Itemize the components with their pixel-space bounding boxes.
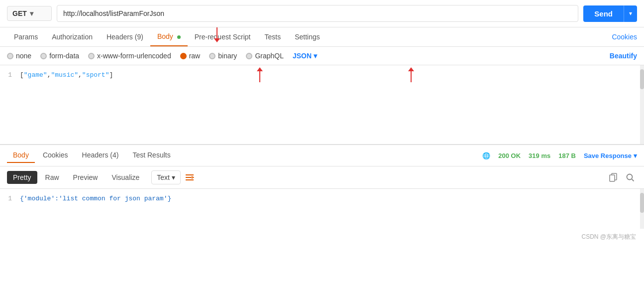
code-content-1: ["game","music","sport"] <box>20 71 113 79</box>
response-body-viewer: 1 {'module':'list common for json param'… <box>0 189 644 229</box>
format-visualize-button[interactable]: Visualize <box>106 171 145 184</box>
option-none[interactable]: none <box>7 52 31 60</box>
wrap-icon[interactable] <box>183 170 197 184</box>
format-pretty-button[interactable]: Pretty <box>7 171 37 184</box>
json-type-select[interactable]: JSON ▾ <box>293 52 317 60</box>
tab-body[interactable]: Body <box>150 27 188 46</box>
option-raw[interactable]: raw <box>180 52 201 60</box>
response-size: 187 B <box>558 152 576 159</box>
editor-scrollbar-thumb[interactable] <box>640 69 644 89</box>
format-raw-button[interactable]: Raw <box>39 171 65 184</box>
send-btn-group: Send ▾ <box>583 5 637 22</box>
watermark: CSDN @东离与糖宝 <box>0 229 644 245</box>
radio-raw-dot <box>180 53 187 59</box>
format-bar: Pretty Raw Preview Visualize Text ▾ <box>0 166 644 189</box>
radio-form-data-dot <box>40 53 47 59</box>
svg-point-5 <box>627 174 633 180</box>
tab-headers[interactable]: Headers (9) <box>100 28 150 46</box>
search-button[interactable] <box>623 170 637 184</box>
option-form-data[interactable]: form-data <box>40 52 79 60</box>
option-graphql[interactable]: GraphQL <box>246 52 284 60</box>
option-binary[interactable]: binary <box>209 52 237 60</box>
resp-tab-headers[interactable]: Headers (4) <box>76 148 125 163</box>
resp-line-number-1: 1 <box>5 195 20 202</box>
editor-scrollbar[interactable] <box>640 65 644 144</box>
globe-icon: 🌐 <box>482 152 490 159</box>
svg-line-6 <box>632 179 634 181</box>
send-button[interactable]: Send <box>583 5 624 22</box>
resp-tab-body[interactable]: Body <box>7 148 35 163</box>
resp-tab-cookies[interactable]: Cookies <box>37 148 74 163</box>
response-scrollbar[interactable] <box>640 189 644 229</box>
code-line-1: 1 ["game","music","sport"] <box>0 70 644 80</box>
radio-binary-dot <box>209 53 215 59</box>
tab-authorization[interactable]: Authorization <box>45 28 100 46</box>
option-urlencoded[interactable]: x-www-form-urlencoded <box>88 52 171 60</box>
status-code: 200 OK <box>498 152 521 159</box>
save-response-button[interactable]: Save Response ▾ <box>584 152 637 159</box>
radio-urlencoded-dot <box>88 53 95 59</box>
tab-params[interactable]: Params <box>7 28 45 46</box>
resp-code-line-1: 1 {'module':'list common for json param'… <box>0 194 644 203</box>
body-active-dot <box>177 35 181 39</box>
radio-none-dot <box>7 53 13 59</box>
method-label: GET <box>12 9 27 17</box>
text-type-select[interactable]: Text ▾ <box>151 170 181 184</box>
response-tabs-bar: Body Cookies Headers (4) Test Results 🌐 … <box>0 145 644 166</box>
tab-settings[interactable]: Settings <box>288 28 327 46</box>
tab-pre-request[interactable]: Pre-request Script <box>188 28 258 46</box>
beautify-button[interactable]: Beautify <box>610 52 637 60</box>
radio-graphql-dot <box>246 53 252 59</box>
method-chevron: ▾ <box>30 9 33 17</box>
method-select[interactable]: GET ▾ <box>7 6 52 21</box>
nav-tabs-bar: Params Authorization Headers (9) Body Pr… <box>0 27 644 47</box>
body-options-bar: none form-data x-www-form-urlencoded raw… <box>0 47 644 65</box>
radio-group: none form-data x-www-form-urlencoded raw… <box>7 52 637 60</box>
request-body-editor[interactable]: 1 ["game","music","sport"] <box>0 65 644 145</box>
response-action-icons <box>606 170 637 184</box>
svg-rect-4 <box>610 175 615 181</box>
response-time: 319 ms <box>529 152 550 159</box>
send-dropdown-button[interactable]: ▾ <box>624 5 637 22</box>
resp-code-content-1: {'module':'list common for json param'} <box>20 195 171 202</box>
copy-button[interactable] <box>606 170 620 184</box>
cookies-link[interactable]: Cookies <box>612 33 637 41</box>
format-preview-button[interactable]: Preview <box>67 171 104 184</box>
line-number-1: 1 <box>5 71 20 79</box>
resp-tab-test-results[interactable]: Test Results <box>126 148 176 163</box>
response-status-info: 🌐 200 OK 319 ms 187 B Save Response ▾ <box>482 152 637 159</box>
tab-tests[interactable]: Tests <box>258 28 288 46</box>
response-scrollbar-thumb[interactable] <box>640 193 644 213</box>
top-bar: GET ▾ Send ▾ <box>0 0 644 27</box>
url-input[interactable] <box>57 5 578 22</box>
